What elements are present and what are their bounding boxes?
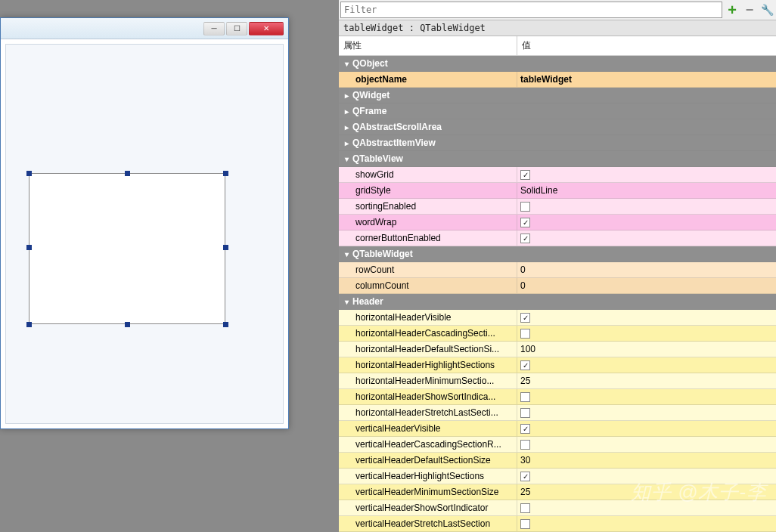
checkbox-icon[interactable]: ✓ xyxy=(520,218,530,227)
resize-handle[interactable] xyxy=(223,245,228,250)
property-row[interactable]: horizontalHeaderMinimumSectio...25 xyxy=(339,373,776,389)
property-name: horizontalHeaderVisible xyxy=(339,310,517,325)
property-value[interactable] xyxy=(517,199,776,214)
property-value[interactable]: tableWidget xyxy=(517,72,776,87)
property-row[interactable]: gridStyle SolidLine xyxy=(339,183,776,199)
property-value[interactable]: SolidLine xyxy=(517,183,776,198)
property-value[interactable] xyxy=(517,405,776,420)
property-row[interactable]: horizontalHeaderStretchLastSecti... xyxy=(339,405,776,421)
property-name: verticalHeaderCascadingSectionR... xyxy=(339,437,517,452)
property-row[interactable]: verticalHeaderShowSortIndicator xyxy=(339,500,776,516)
resize-handle[interactable] xyxy=(26,171,32,176)
property-value[interactable]: ✓ xyxy=(517,357,776,373)
property-value[interactable]: ✓ xyxy=(517,310,776,325)
chevron-down-icon: ▾ xyxy=(342,56,351,71)
property-value[interactable]: 25 xyxy=(517,484,776,500)
window-titlebar: ─ ☐ ✕ xyxy=(1,18,288,39)
resize-handle[interactable] xyxy=(26,322,32,327)
property-value[interactable]: ✓ xyxy=(517,421,776,436)
filter-input[interactable] xyxy=(340,2,722,18)
property-list[interactable]: ▾QObject objectName tableWidget ▸QWidget… xyxy=(339,56,776,532)
property-row[interactable]: horizontalHeaderHighlightSections✓ xyxy=(339,357,776,373)
checkbox-icon[interactable]: ✓ xyxy=(520,360,530,370)
maximize-button[interactable]: ☐ xyxy=(226,22,247,36)
checkbox-icon[interactable]: ✓ xyxy=(520,234,530,243)
property-value[interactable]: 0 xyxy=(517,278,776,293)
resize-handle[interactable] xyxy=(223,171,228,176)
property-row[interactable]: horizontalHeaderVisible✓ xyxy=(339,310,776,326)
checkbox-icon[interactable]: ✓ xyxy=(520,424,530,434)
chevron-right-icon: ▸ xyxy=(342,135,351,150)
property-row[interactable]: horizontalHeaderShowSortIndica... xyxy=(339,389,776,405)
property-panel: + − 🔧 tableWidget : QTableWidget 属性 值 ▾Q… xyxy=(339,0,776,532)
group-qwidget[interactable]: ▸QWidget xyxy=(339,88,776,104)
property-name: verticalHeaderHighlightSections xyxy=(339,469,517,484)
property-value[interactable]: 30 xyxy=(517,453,776,468)
property-row[interactable]: columnCount 0 xyxy=(339,278,776,294)
property-value[interactable] xyxy=(517,389,776,404)
chevron-down-icon: ▾ xyxy=(342,246,351,261)
checkbox-icon[interactable]: ✓ xyxy=(520,313,530,323)
checkbox-icon[interactable] xyxy=(520,329,530,339)
resize-handle[interactable] xyxy=(223,322,228,327)
property-value[interactable] xyxy=(517,437,776,452)
checkbox-icon[interactable] xyxy=(520,408,530,418)
group-qabstractscrollarea[interactable]: ▸QAbstractScrollArea xyxy=(339,119,776,135)
property-value[interactable]: ✓ xyxy=(517,469,776,484)
property-row[interactable]: verticalHeaderStretchLastSection xyxy=(339,516,776,532)
property-value[interactable]: ✓ xyxy=(517,215,776,230)
property-row[interactable]: verticalHeaderDefaultSectionSize30 xyxy=(339,453,776,469)
property-value[interactable] xyxy=(517,326,776,341)
property-value[interactable]: ✓ xyxy=(517,167,776,182)
property-value[interactable]: 100 xyxy=(517,342,776,357)
group-header[interactable]: ▾Header xyxy=(339,294,776,310)
property-row[interactable]: verticalHeaderHighlightSections✓ xyxy=(339,469,776,484)
form-body[interactable] xyxy=(5,44,284,424)
property-row[interactable]: rowCount 0 xyxy=(339,262,776,278)
checkbox-icon[interactable] xyxy=(520,392,530,402)
remove-property-button[interactable]: − xyxy=(742,2,757,17)
property-row[interactable]: wordWrap ✓ xyxy=(339,215,776,230)
checkbox-icon[interactable]: ✓ xyxy=(520,170,530,180)
property-row[interactable]: sortingEnabled xyxy=(339,199,776,215)
group-qtablewidget[interactable]: ▾QTableWidget xyxy=(339,246,776,262)
plus-icon: + xyxy=(728,2,737,19)
property-row[interactable]: verticalHeaderVisible✓ xyxy=(339,421,776,437)
chevron-down-icon: ▾ xyxy=(342,151,351,166)
property-row[interactable]: cornerButtonEnabled ✓ xyxy=(339,230,776,246)
checkbox-icon[interactable] xyxy=(520,202,530,212)
chevron-down-icon: ▾ xyxy=(342,294,351,309)
property-name: columnCount xyxy=(339,278,517,293)
property-value[interactable]: 25 xyxy=(517,373,776,388)
property-row[interactable]: showGrid ✓ xyxy=(339,167,776,183)
checkbox-icon[interactable]: ✓ xyxy=(520,472,530,481)
add-property-button[interactable]: + xyxy=(725,2,740,17)
group-qframe[interactable]: ▸QFrame xyxy=(339,104,776,119)
property-value[interactable] xyxy=(517,516,776,531)
resize-handle[interactable] xyxy=(125,171,130,176)
table-widget[interactable] xyxy=(29,173,225,324)
settings-button[interactable]: 🔧 xyxy=(759,2,774,17)
property-value[interactable] xyxy=(517,500,776,515)
property-row[interactable]: objectName tableWidget xyxy=(339,72,776,88)
group-qtableview[interactable]: ▾QTableView xyxy=(339,151,776,167)
checkbox-icon[interactable] xyxy=(520,503,530,513)
header-value: 值 xyxy=(517,36,776,55)
property-row[interactable]: verticalHeaderMinimumSectionSize25 xyxy=(339,484,776,500)
chevron-right-icon: ▸ xyxy=(342,119,351,135)
group-qabstractitemview[interactable]: ▸QAbstractItemView xyxy=(339,135,776,151)
checkbox-icon[interactable] xyxy=(520,440,530,450)
checkbox-icon[interactable] xyxy=(520,519,530,529)
close-button[interactable]: ✕ xyxy=(249,22,284,36)
resize-handle[interactable] xyxy=(125,322,130,327)
minimize-button[interactable]: ─ xyxy=(203,22,225,36)
property-row[interactable]: verticalHeaderCascadingSectionR... xyxy=(339,437,776,453)
property-value[interactable]: ✓ xyxy=(517,230,776,246)
resize-handle[interactable] xyxy=(26,245,32,250)
group-qobject[interactable]: ▾QObject xyxy=(339,56,776,72)
property-row[interactable]: horizontalHeaderDefaultSectionSi...100 xyxy=(339,342,776,357)
property-name: wordWrap xyxy=(339,215,517,230)
property-row[interactable]: horizontalHeaderCascadingSecti... xyxy=(339,326,776,342)
property-value[interactable]: 0 xyxy=(517,262,776,277)
property-name: showGrid xyxy=(339,167,517,182)
